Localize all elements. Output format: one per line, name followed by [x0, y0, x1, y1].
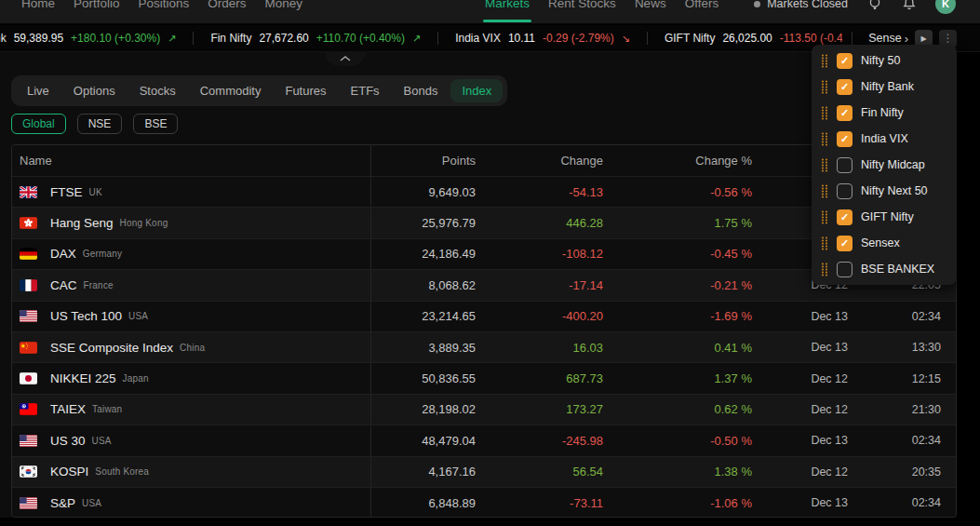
avatar[interactable]: K — [935, 0, 956, 14]
trend-arrow-icon: ↘ — [622, 33, 630, 45]
nav-item[interactable]: Positions — [139, 0, 190, 13]
table-row[interactable]: NIKKEI 225 Japan 50,836.55 687.73 1.37 %… — [12, 362, 956, 393]
notifications-bell-icon[interactable] — [901, 0, 917, 12]
country-flag-icon — [20, 279, 37, 291]
table-row[interactable]: US Tech 100 USA 23,214.65 -400.20 -1.69 … — [12, 301, 956, 331]
market-status: Markets Closed — [754, 0, 848, 10]
market-status-label: Markets Closed — [767, 0, 848, 10]
nav-item[interactable]: Markets — [485, 0, 530, 13]
change-pct-cell: -1.69 % — [614, 309, 763, 323]
market-tab[interactable]: Live — [16, 79, 60, 102]
index-country: UK — [89, 187, 102, 197]
index-country: Germany — [83, 249, 123, 259]
index-name-cell: DAX Germany — [12, 239, 371, 269]
nav-item[interactable]: Offers — [685, 0, 719, 13]
drag-handle-icon[interactable] — [821, 132, 828, 146]
index-checkbox[interactable]: ✓ — [837, 105, 852, 121]
market-tab[interactable]: Stocks — [128, 79, 187, 102]
drag-handle-icon[interactable] — [821, 54, 828, 68]
drag-handle-icon[interactable] — [821, 236, 828, 250]
ticker-index-item[interactable]: India VIX 10.11 -0.29 (-2.79%) ↘ — [455, 32, 630, 45]
index-name: SSE Composite Index — [50, 341, 173, 355]
ticker-divider — [852, 32, 852, 45]
index-checkbox[interactable] — [837, 157, 852, 173]
index-checkbox[interactable]: ✓ — [837, 209, 852, 225]
header-change-pct: Change % — [614, 154, 763, 168]
index-checkbox[interactable] — [837, 262, 852, 277]
drag-handle-icon[interactable] — [821, 158, 828, 172]
change-cell: -17.14 — [487, 278, 614, 292]
index-checkbox-label: Nifty 50 — [861, 54, 900, 67]
drag-handle-icon[interactable] — [821, 184, 828, 198]
date-cell: Dec 12 — [763, 465, 852, 479]
support-icon[interactable] — [866, 0, 882, 12]
index-checkbox-label: BSE BANKEX — [861, 263, 934, 276]
market-tab[interactable]: Options — [62, 79, 127, 102]
dropdown-index-item[interactable]: Nifty Midcap — [812, 152, 957, 178]
nav-item[interactable]: Orders — [208, 0, 246, 13]
index-checkbox[interactable]: ✓ — [837, 236, 852, 251]
drag-handle-icon[interactable] — [821, 263, 828, 276]
market-tab[interactable]: Futures — [274, 79, 337, 102]
chevron-right-icon: › — [905, 32, 908, 46]
index-name-cell: KOSPI South Korea — [12, 457, 371, 487]
index-name-cell: S&P USA — [12, 488, 371, 518]
change-cell: 687.73 — [487, 371, 614, 385]
country-flag-icon — [20, 435, 37, 447]
nav-item[interactable]: Home — [21, 0, 55, 13]
country-flag-icon — [20, 248, 37, 260]
ticker-index-item[interactable]: Fin Nifty 27,672.60 +110.70 (+0.40%) ↗ — [210, 32, 421, 45]
table-row[interactable]: SSE Composite Index China 3,889.35 16.03… — [12, 331, 956, 362]
market-tab[interactable]: ETFs — [340, 79, 391, 102]
time-cell: 02:34 — [852, 434, 956, 447]
nav-item[interactable]: Portfolio — [74, 0, 120, 13]
nav-item[interactable]: News — [635, 0, 666, 13]
ticker-index-value: 27,672.60 — [259, 32, 308, 45]
index-checkbox[interactable]: ✓ — [837, 53, 852, 69]
ticker-index-item[interactable]: Nifty Bank 59,389.95 +180.10 (+0.30%) ↗ — [0, 32, 176, 45]
ticker-divider — [193, 32, 194, 45]
ticker-index-value: 59,389.95 — [14, 32, 63, 45]
index-checkbox[interactable]: ✓ — [837, 79, 852, 95]
nav-item[interactable]: Money — [265, 0, 303, 13]
time-cell: 12:15 — [852, 372, 956, 385]
drag-handle-icon[interactable] — [821, 80, 828, 94]
ticker-index-change: -0.29 (-2.79%) — [543, 32, 614, 45]
index-checkbox[interactable] — [837, 183, 852, 199]
dropdown-index-item[interactable]: ✓ Nifty Bank — [812, 74, 957, 100]
market-tab[interactable]: Index — [450, 79, 503, 102]
dropdown-index-item[interactable]: BSE BANKEX — [812, 256, 957, 282]
dropdown-index-item[interactable]: ✓ India VIX — [812, 126, 957, 152]
dropdown-index-item[interactable]: ✓ GIFT Nifty — [812, 204, 957, 230]
segment-filter-pill[interactable]: NSE — [77, 114, 123, 134]
market-tab[interactable]: Commodity — [189, 79, 273, 102]
dropdown-index-item[interactable]: Nifty Next 50 — [812, 178, 957, 204]
change-cell: -245.98 — [487, 434, 614, 448]
change-cell: 446.28 — [487, 216, 614, 230]
index-name: US 30 — [50, 434, 86, 448]
ticker-overflow-label[interactable]: Sense — [868, 32, 901, 45]
index-country: Japan — [123, 373, 149, 384]
table-row[interactable]: US 30 USA 48,479.04 -245.98 -0.50 % Dec … — [12, 425, 956, 455]
country-flag-icon — [20, 497, 37, 509]
time-cell: 13:30 — [852, 341, 956, 354]
points-cell: 28,198.02 — [371, 402, 487, 416]
ticker-index-name: India VIX — [455, 32, 501, 45]
date-cell: Dec 12 — [763, 372, 852, 385]
collapse-ticker-button[interactable] — [325, 51, 366, 66]
index-checkbox[interactable]: ✓ — [837, 131, 852, 147]
market-tab[interactable]: Bonds — [393, 79, 450, 102]
dropdown-index-item[interactable]: ✓ Nifty 50 — [812, 47, 957, 74]
change-pct-cell: 1.37 % — [614, 371, 763, 385]
table-row[interactable]: TAIEX Taiwan 28,198.02 173.27 0.62 % Dec… — [12, 394, 956, 425]
ticker-divider — [437, 32, 438, 45]
drag-handle-icon[interactable] — [821, 106, 828, 120]
segment-filter-pill[interactable]: BSE — [133, 114, 178, 134]
dropdown-index-item[interactable]: ✓ Sensex — [812, 230, 957, 256]
table-row[interactable]: S&P USA 6,848.89 -73.11 -1.06 % Dec 13 0… — [12, 487, 956, 518]
nav-item[interactable]: Rent Stocks — [548, 0, 616, 13]
table-row[interactable]: KOSPI South Korea 4,167.16 56.54 1.38 % … — [12, 456, 956, 487]
dropdown-index-item[interactable]: ✓ Fin Nifty — [812, 100, 957, 126]
drag-handle-icon[interactable] — [821, 210, 828, 224]
segment-filter-pill[interactable]: Global — [11, 114, 66, 134]
